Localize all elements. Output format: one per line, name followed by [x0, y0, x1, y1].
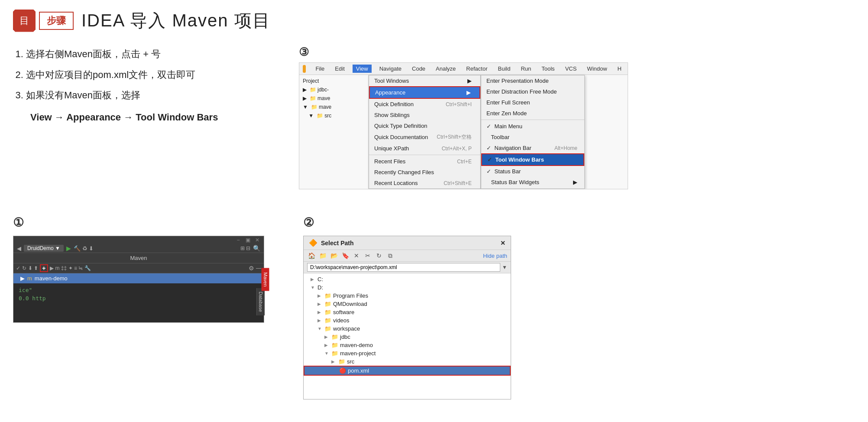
maven-tree-item[interactable]: ▶ m maven-demo	[13, 273, 264, 283]
bookmark-icon[interactable]: 🔖	[341, 251, 350, 260]
new-folder-icon[interactable]: 📁	[318, 251, 327, 260]
refresh-icon[interactable]: ↻	[375, 251, 383, 260]
submenu-zen[interactable]: Enter Zen Mode	[481, 108, 584, 119]
download-icons: ⬇ ⬆	[28, 265, 38, 271]
tree-maven-project[interactable]: ▼ 📁 maven-project	[304, 349, 511, 357]
submenu-status-bar-widgets[interactable]: Status Bar Widgets ▶	[481, 177, 584, 188]
tree-src[interactable]: ▶ 📁 src	[304, 357, 511, 366]
xml-icon: 🔴	[339, 367, 346, 374]
submenu-status-bar[interactable]: ✓ Status Bar	[481, 166, 584, 177]
hide-path-btn[interactable]: Hide path	[483, 253, 507, 259]
menu-show-siblings[interactable]: Show Siblings	[369, 110, 480, 120]
fb-app-icon: 🔶	[309, 239, 317, 247]
fb-close-btn[interactable]: ✕	[500, 240, 505, 247]
menu-tool-windows[interactable]: Tool Windows ▶	[369, 75, 480, 86]
maven-side-tab[interactable]: Maven	[261, 268, 269, 291]
close-btn[interactable]: ✕	[254, 237, 260, 243]
cut-icon[interactable]: ✂	[363, 251, 372, 260]
maven-titlebar: − ▣ ✕	[13, 236, 264, 244]
menu-window[interactable]: Window	[584, 65, 609, 73]
menu-navigate[interactable]: Navigate	[377, 65, 404, 73]
menu-build[interactable]: Build	[495, 65, 513, 73]
project-dropdown[interactable]: DruidDemo ▼	[24, 245, 64, 252]
add-project-btn[interactable]: +	[40, 264, 48, 272]
annotation-3: ③	[299, 45, 855, 59]
ide-menubar: File Edit View Navigate Code Analyze Ref…	[299, 63, 628, 75]
menu-recent-files[interactable]: Recent Files Ctrl+E	[369, 156, 480, 167]
tree-program-files[interactable]: ▶ 📁 Program Files	[304, 292, 511, 300]
back-icon[interactable]: ◀	[17, 245, 21, 252]
content-area: 选择右侧Maven面板，点击 + 号 选中对应项目的pom.xml文件，双击即可…	[13, 45, 855, 202]
code-line-1: ice"	[19, 287, 259, 293]
submenu-tool-window-bars[interactable]: ✓ Tool Window Bars	[481, 153, 584, 166]
fb-path-input[interactable]	[307, 263, 500, 272]
minimize-btn[interactable]: −	[235, 237, 241, 243]
project-panel: Project ▶ 📁 jdbc- ▶ 📁 mave ▼ 📁 mave ▼ 📁 …	[299, 75, 369, 189]
fb-path-dropdown-btn[interactable]: ▼	[502, 264, 507, 270]
panel-settings[interactable]: —	[256, 265, 261, 271]
build-icons: 🔨 ♻ ⬇	[74, 245, 94, 252]
menu-code[interactable]: Code	[409, 65, 428, 73]
tree-pom-xml[interactable]: 🔴 pom.xml	[304, 366, 511, 376]
menu-edit[interactable]: Edit	[332, 65, 347, 73]
submenu-nav-bar[interactable]: ✓ Navigation Bar Alt+Home	[481, 143, 584, 153]
maven-panel-screenshot: − ▣ ✕ ◀ DruidDemo ▼ ▶ 🔨 ♻ ⬇ ⊞ ⊟ 🔍 Maven …	[13, 236, 264, 323]
ide-window: File Edit View Navigate Code Analyze Ref…	[299, 62, 628, 189]
tree-workspace[interactable]: ▼ 📁 workspace	[304, 325, 511, 333]
menu-quick-def[interactable]: Quick Definition Ctrl+Shift+I	[369, 99, 480, 110]
menu-appearance[interactable]: Appearance ▶	[369, 86, 480, 99]
home-icon[interactable]: 🏠	[307, 251, 316, 260]
submenu-main-menu[interactable]: ✓ Main Menu	[481, 121, 584, 132]
delete-icon[interactable]: ✕	[352, 251, 361, 260]
refresh-icon[interactable]: ↻	[22, 265, 26, 271]
menu-quick-type[interactable]: Quick Type Definition	[369, 120, 480, 131]
maven-panel-toolbar: ✓ ↻ ⬇ ⬆ + ▶ m ‡‡ ✦ ≡ ≒ 🔧 ⚙ —	[13, 263, 264, 273]
menu-tools[interactable]: Tools	[539, 65, 557, 73]
menu-h[interactable]: H	[615, 65, 624, 73]
jdbc-item[interactable]: ▶ 📁 jdbc-	[299, 85, 368, 94]
instructions-section: 选择右侧Maven面板，点击 + 号 选中对应项目的pom.xml文件，双击即可…	[13, 45, 282, 123]
menu-unique-xpath[interactable]: Unique XPath Ctrl+Alt+X, P	[369, 143, 480, 154]
search-icon[interactable]: 🔍	[253, 245, 260, 252]
menu-refactor[interactable]: Refactor	[463, 65, 490, 73]
tree-d-drive[interactable]: ▼ D:	[304, 283, 511, 292]
maven-project-name: maven-demo	[35, 275, 68, 282]
mave-item2[interactable]: ▼ 📁 mave	[299, 103, 368, 111]
fb-toolbar: 🏠 📁 📂 🔖 ✕ ✂ ↻ ⧉ Hide path	[304, 250, 511, 262]
run-btn[interactable]: ▶	[50, 265, 54, 271]
src-item[interactable]: ▼ 📁 src	[299, 111, 368, 120]
submenu-presentation[interactable]: Enter Presentation Mode	[481, 75, 584, 86]
menu-run[interactable]: Run	[518, 65, 534, 73]
layout-icons: ⊞ ⊟	[240, 245, 250, 251]
copy-icon[interactable]: ⧉	[386, 251, 395, 260]
tree-jdbc[interactable]: ▶ 📁 jdbc	[304, 333, 511, 341]
submenu-toolbar[interactable]: Toolbar	[481, 132, 584, 143]
menu-recent-locations[interactable]: Recent Locations Ctrl+Shift+E	[369, 178, 480, 188]
gear-icon[interactable]: ⚙	[249, 265, 254, 272]
step-badge: 步骤	[39, 12, 74, 30]
mave-item1[interactable]: ▶ 📁 mave	[299, 94, 368, 103]
tree-software[interactable]: ▶ 📁 software	[304, 308, 511, 316]
restore-btn[interactable]: ▣	[245, 237, 251, 243]
menu-view[interactable]: View	[353, 65, 372, 73]
fb-titlebar: 🔶 Select Path ✕	[304, 236, 511, 250]
app-icon	[303, 65, 306, 73]
menu-vcs[interactable]: VCS	[563, 65, 580, 73]
tree-c-drive[interactable]: ▶ C:	[304, 275, 511, 283]
run-icon[interactable]: ▶	[66, 245, 71, 252]
step-1: 选择右侧Maven面板，点击 + 号	[26, 45, 282, 63]
submenu-distraction[interactable]: Enter Distraction Free Mode	[481, 86, 584, 97]
section-1: ① − ▣ ✕ ◀ DruidDemo ▼ ▶ 🔨 ♻ ⬇ ⊞ ⊟ 🔍 Mave…	[13, 215, 264, 399]
folder-up-icon[interactable]: 📂	[330, 251, 338, 260]
menu-recently-changed[interactable]: Recently Changed Files	[369, 167, 480, 178]
tree-videos[interactable]: ▶ 📁 videos	[304, 316, 511, 325]
submenu-fullscreen[interactable]: Enter Full Screen	[481, 97, 584, 108]
menu-analyze[interactable]: Analyze	[433, 65, 458, 73]
tree-maven-demo[interactable]: ▶ 📁 maven-demo	[304, 341, 511, 349]
maven-code-area: ice" 0.0 http	[13, 283, 264, 322]
menu-file[interactable]: File	[313, 65, 327, 73]
tree-qmdownload[interactable]: ▶ 📁 QMDownload	[304, 300, 511, 308]
menu-quick-doc[interactable]: Quick Documentation Ctrl+Shift+空格	[369, 131, 480, 143]
database-tab[interactable]: Database	[256, 288, 265, 315]
section-2: ② 🔶 Select Path ✕ 🏠 📁 📂 🔖 ✕ ✂ ↻ ⧉	[303, 215, 511, 399]
